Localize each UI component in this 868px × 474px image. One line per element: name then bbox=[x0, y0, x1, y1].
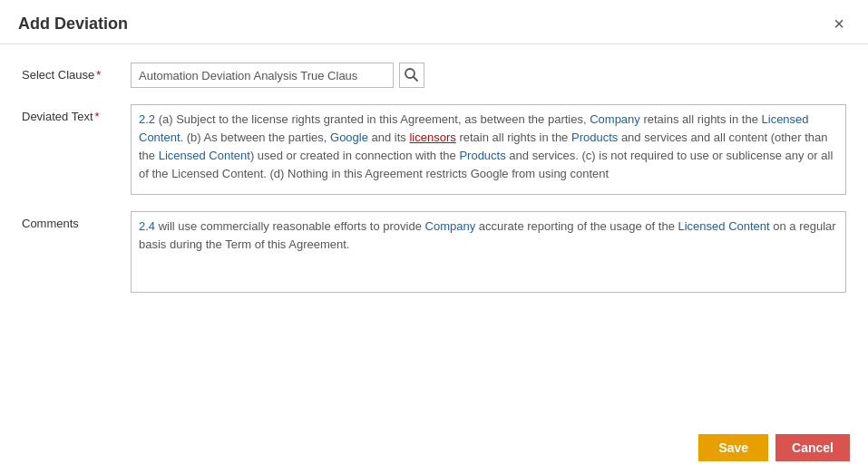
comments-area[interactable]: 2.4 will use commercially reasonable eff… bbox=[131, 211, 846, 293]
modal-footer: Save Cancel bbox=[0, 421, 868, 474]
close-button[interactable]: × bbox=[828, 13, 850, 34]
deviated-text-label: Deviated Text* bbox=[22, 104, 131, 123]
modal-overlay: Add Deviation × Select Clause* bbox=[0, 0, 868, 474]
select-clause-input[interactable] bbox=[131, 63, 394, 88]
save-button[interactable]: Save bbox=[698, 434, 768, 461]
comments-wrapper: 2.4 will use commercially reasonable eff… bbox=[131, 211, 846, 293]
select-clause-row: Select Clause* bbox=[22, 63, 846, 88]
select-clause-wrapper bbox=[131, 63, 846, 88]
search-icon bbox=[405, 68, 419, 82]
clause-search-button[interactable] bbox=[399, 63, 424, 88]
cancel-button[interactable]: Cancel bbox=[775, 434, 850, 461]
comments-row: Comments 2.4 will use commercially reaso… bbox=[22, 211, 846, 293]
deviated-text-content: 2.2 (a) Subject to the license rights gr… bbox=[139, 112, 833, 180]
comments-content: 2.4 will use commercially reasonable eff… bbox=[139, 219, 836, 251]
deviated-text-area[interactable]: 2.2 (a) Subject to the license rights gr… bbox=[131, 104, 846, 195]
select-clause-label: Select Clause* bbox=[22, 63, 131, 82]
add-deviation-modal: Add Deviation × Select Clause* bbox=[0, 0, 868, 474]
comments-label: Comments bbox=[22, 211, 131, 230]
modal-body: Select Clause* Deviated Text* bbox=[0, 44, 868, 327]
svg-line-1 bbox=[414, 77, 418, 82]
deviated-text-row: Deviated Text* 2.2 (a) Subject to the li… bbox=[22, 104, 846, 195]
deviated-text-wrapper: 2.2 (a) Subject to the license rights gr… bbox=[131, 104, 846, 195]
modal-title: Add Deviation bbox=[18, 15, 128, 34]
modal-header: Add Deviation × bbox=[0, 0, 868, 44]
